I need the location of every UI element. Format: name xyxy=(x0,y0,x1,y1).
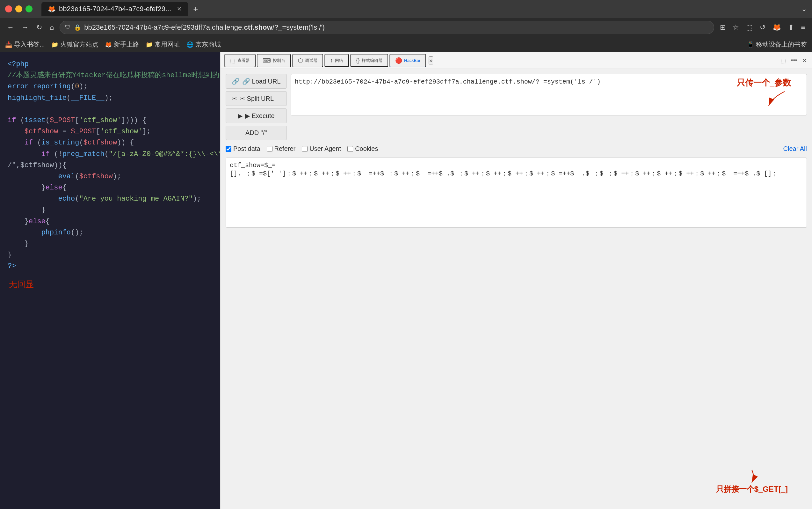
firefox-small-icon: 🦊 xyxy=(105,41,112,48)
add-slash-button[interactable]: ADD "/" xyxy=(226,126,287,140)
load-url-button[interactable]: 🔗 🔗 Load URL xyxy=(226,74,287,89)
devtools-right-actions: ⬚ ••• ✕ xyxy=(779,56,808,65)
firefox-icon: 🦊 xyxy=(48,5,56,13)
code-line-9b: /",$ctfshow)){ xyxy=(8,160,212,171)
network-icon: ↕ xyxy=(330,57,333,64)
folder2-icon: 📁 xyxy=(146,41,153,48)
post-data-checkbox[interactable]: Post data xyxy=(226,145,260,152)
folder-icon: 📁 xyxy=(51,41,58,48)
devtools-close-button[interactable]: ✕ xyxy=(801,56,808,65)
url-section: 🔗 🔗 Load URL ✂ ✂ Split URL ▶ ▶ Execute A… xyxy=(226,74,807,140)
browser-chrome: 🦊 bb23e165-7024-47b4-a7c9-efef29... ✕ + … xyxy=(0,0,812,52)
tab-console[interactable]: ⌨ 控制台 xyxy=(257,54,291,67)
code-line-6: if (isset($_POST['ctf_show']))) { xyxy=(8,115,212,126)
code-panel: <?php //本题灵感来自研究Y4tacker佬在吃瓜杯投稿的shellme时… xyxy=(0,52,220,509)
nav-actions: ⊞ ☆ ⬚ ↺ 🦊 ⬆ ≡ xyxy=(718,21,807,33)
code-line-13: } xyxy=(8,204,212,215)
code-line-9: if (!preg_match("/[a-zA-Z0-9@#%^&*:{}\\-… xyxy=(8,148,212,160)
active-tab[interactable]: 🦊 bb23e165-7024-47b4-a7c9-efef29... ✕ xyxy=(41,2,188,16)
execute-icon: ▶ xyxy=(238,112,243,120)
forward-button[interactable]: → xyxy=(20,21,31,33)
devtools-more-button[interactable]: » xyxy=(429,57,433,64)
url-input[interactable]: http://bb23e165-7024-47b4-a7c9-efef293df… xyxy=(291,74,807,115)
no-output-text: 无回显 xyxy=(8,278,212,292)
user-agent-checkbox[interactable]: User Agent xyxy=(302,145,341,152)
cookies-check[interactable] xyxy=(347,146,353,152)
hackbar-tab-icon: 🔴 xyxy=(395,57,402,64)
tab-dropdown-icon[interactable]: ⌄ xyxy=(801,5,807,13)
jd-icon: 🌐 xyxy=(186,41,193,48)
code-line-15: phpinfo(); xyxy=(8,227,212,238)
tab-style-editor[interactable]: {} 样式编辑器 xyxy=(350,54,388,67)
bookmark-fox[interactable]: 📁 火狐官方站点 xyxy=(51,40,99,49)
back-button[interactable]: ← xyxy=(5,21,16,33)
load-url-icon: 🔗 xyxy=(232,77,239,85)
split-url-icon: ✂ xyxy=(232,95,237,102)
bookmarks-bar: 📥 导入书签... 📁 火狐官方站点 🦊 新手上路 📁 常用网址 🌐 京东商城 … xyxy=(0,37,812,52)
code-line-8: if (is_string($ctfshow)) { xyxy=(8,137,212,148)
code-line-12: echo("Are you hacking me AGAIN?"); xyxy=(8,193,212,204)
tab-inspector[interactable]: ⬚ 查看器 xyxy=(224,54,256,67)
code-line-16: } xyxy=(8,238,212,249)
post-data-area: ctf_show=$_= []._；$_=$['_']；$_++；$_++；$_… xyxy=(226,158,807,504)
title-bar: 🦊 bb23e165-7024-47b4-a7c9-efef29... ✕ + … xyxy=(0,0,812,18)
split-url-button[interactable]: ✂ ✂ Split URL xyxy=(226,91,287,106)
post-annotation: 只拼接一个$_GET[_] xyxy=(716,468,788,494)
tab-debugger[interactable]: ⬡ 调试器 xyxy=(292,54,323,67)
window-controls xyxy=(5,5,33,12)
shield-icon: 🛡 xyxy=(65,24,71,31)
minimize-button[interactable] xyxy=(15,5,22,12)
devtools-responsive-icon[interactable]: ⬚ xyxy=(779,56,787,65)
code-line-18: ?> xyxy=(8,261,212,272)
tab-title: bb23e165-7024-47b4-a7c9-efef29... xyxy=(59,5,171,13)
cookies-checkbox[interactable]: Cookies xyxy=(347,145,378,152)
code-line-11: }else{ xyxy=(8,182,212,193)
code-line-4: highlight_file(__FILE__); xyxy=(8,93,212,104)
code-line-2: //本题灵感来自研究Y4tacker佬在吃瓜杯投稿的shellme时想到的姿势，… xyxy=(8,70,212,81)
sync-button[interactable]: ↺ xyxy=(758,21,767,33)
screenshot-button[interactable]: ⬚ xyxy=(744,21,754,33)
bookmark-button[interactable]: ☆ xyxy=(731,21,741,33)
style-icon: {} xyxy=(356,57,360,64)
post-data-input[interactable]: ctf_show=$_= []._；$_=$['_']；$_++；$_++；$_… xyxy=(226,158,807,228)
debugger-icon: ⬡ xyxy=(298,57,303,64)
code-line-5 xyxy=(8,104,212,115)
reload-button[interactable]: ↻ xyxy=(34,21,44,33)
new-tab-button[interactable]: + xyxy=(193,4,198,14)
inspector-icon: ⬚ xyxy=(230,57,235,64)
referer-checkbox[interactable]: Referer xyxy=(267,145,296,152)
tab-close-icon[interactable]: ✕ xyxy=(177,5,182,12)
import-icon: 📥 xyxy=(5,41,12,48)
maximize-button[interactable] xyxy=(26,5,33,12)
home-button[interactable]: ⌂ xyxy=(48,21,56,33)
post-arrow-svg xyxy=(742,468,761,484)
address-bar[interactable]: 🛡 🔒 bb23e165-7024-47b4-a7c9-efef293dff7a… xyxy=(60,21,714,34)
bookmark-import[interactable]: 📥 导入书签... xyxy=(5,40,45,49)
options-row: Post data Referer User Agent Cookies Cle… xyxy=(226,144,807,154)
code-line-14: }else{ xyxy=(8,216,212,227)
bookmark-jd[interactable]: 🌐 京东商城 xyxy=(186,40,221,49)
bookmark-beginner[interactable]: 🦊 新手上路 xyxy=(105,40,139,49)
post-data-check[interactable] xyxy=(226,146,231,152)
extensions-button[interactable]: ⊞ xyxy=(718,21,728,33)
referer-check[interactable] xyxy=(267,146,272,152)
clear-all-button[interactable]: Clear All xyxy=(783,145,807,152)
console-icon: ⌨ xyxy=(263,57,271,64)
tab-bar: 🦊 bb23e165-7024-47b4-a7c9-efef29... ✕ + … xyxy=(41,2,807,16)
tab-network[interactable]: ↕ 网络 xyxy=(324,54,349,67)
code-line-10: eval($ctfshow); xyxy=(8,171,212,182)
close-button[interactable] xyxy=(5,5,12,12)
main-content: <?php //本题灵感来自研究Y4tacker佬在吃瓜杯投稿的shellme时… xyxy=(0,52,812,509)
tab-hackbar[interactable]: 🔴 HackBar xyxy=(390,54,426,67)
share-button[interactable]: ⬆ xyxy=(786,21,796,33)
post-annotation-text: 只拼接一个$_GET[_] xyxy=(716,484,788,494)
bookmark-mobile[interactable]: 📱 移动设备上的书签 xyxy=(747,40,807,49)
devtools-ellipsis-button[interactable]: ••• xyxy=(790,56,798,65)
bookmark-common[interactable]: 📁 常用网址 xyxy=(146,40,180,49)
execute-button[interactable]: ▶ ▶ Execute xyxy=(226,108,287,123)
code-line-3: error_reporting(0); xyxy=(8,81,212,92)
menu-button[interactable]: ≡ xyxy=(799,21,807,33)
user-agent-check[interactable] xyxy=(302,146,307,152)
firefox-account-icon[interactable]: 🦊 xyxy=(771,21,783,33)
lock-icon: 🔒 xyxy=(74,24,81,31)
